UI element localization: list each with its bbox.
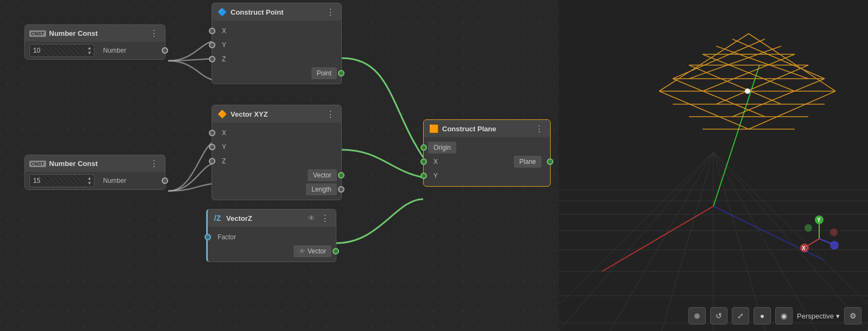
length-output-btn[interactable]: Length bbox=[306, 183, 337, 195]
vector-xyz-icon: 🔶 bbox=[216, 109, 227, 119]
construct-plane-icon: 🟧 bbox=[428, 123, 439, 134]
port-row-vx: X bbox=[212, 126, 341, 140]
socket-origin bbox=[420, 144, 427, 151]
port-label-z: Z bbox=[216, 55, 231, 63]
socket-plane-y bbox=[420, 173, 427, 179]
node-header-2: CNST Number Const ⋮ bbox=[25, 155, 165, 172]
construct-point-node: 🔷 Construct Point ⋮ X Y Z bbox=[212, 3, 342, 84]
viewport-toolbar: ⊕ ↺ ⤢ ● ◉ Perspective ▾ ⚙ bbox=[565, 307, 861, 324]
construct-plane-title: Construct Plane bbox=[442, 125, 529, 133]
vector-xyz-header: 🔶 Vector XYZ ⋮ bbox=[212, 105, 341, 123]
hidden-eye-icon[interactable]: 👁 bbox=[308, 214, 315, 222]
port-row-plane: X Plane bbox=[424, 155, 550, 169]
vector-z-body: Factor 👁 Vector bbox=[208, 227, 336, 262]
port-row-factor: Factor bbox=[208, 230, 336, 244]
port-label-vx: X bbox=[216, 129, 232, 137]
number-const-node-2: CNST Number Const ⋮ 15 ▲▼ Number bbox=[24, 155, 165, 190]
construct-plane-header: 🟧 Construct Plane ⋮ bbox=[424, 120, 550, 137]
port-row-y: Y bbox=[212, 38, 341, 52]
port-row-plane-y: Y bbox=[424, 169, 550, 183]
socket-length bbox=[338, 186, 344, 193]
viewport-btn-refresh[interactable]: ↺ bbox=[710, 307, 727, 324]
port-label-factor: Factor bbox=[212, 233, 241, 241]
number-output-label-2: Number bbox=[98, 177, 132, 184]
number-input-1[interactable]: 10 ▲▼ bbox=[29, 44, 94, 57]
vector-output-btn[interactable]: Vector bbox=[308, 169, 337, 181]
socket-plane-out bbox=[547, 158, 553, 165]
port-row-vector-out: Vector bbox=[212, 168, 341, 182]
socket-z bbox=[209, 56, 215, 62]
port-row-vy: Y bbox=[212, 140, 341, 154]
node-menu-1[interactable]: ⋮ bbox=[148, 28, 161, 39]
perspective-label: Perspective ▾ bbox=[797, 312, 840, 320]
socket-factor bbox=[205, 234, 211, 240]
number-output-socket-1 bbox=[162, 47, 168, 54]
cnst-badge-2: CNST bbox=[29, 161, 46, 167]
vector-z-node: /Z VectorZ 👁 ⋮ Factor 👁 Vector bbox=[206, 209, 336, 262]
vector-z-menu[interactable]: ⋮ bbox=[318, 213, 331, 224]
vector-z-header: /Z VectorZ 👁 ⋮ bbox=[208, 209, 336, 227]
viewport-btn-solid[interactable]: ● bbox=[754, 307, 771, 324]
port-row-z: Z bbox=[212, 52, 341, 66]
svg-point-42 bbox=[745, 88, 750, 94]
viewport[interactable]: X Y ⊕ ↺ ⤢ ● ◉ Perspective ▾ bbox=[559, 0, 868, 331]
construct-point-title: Construct Point bbox=[231, 8, 321, 16]
socket-plane-x bbox=[420, 158, 427, 165]
number-const-node-1: CNST Number Const ⋮ 10 ▲▼ Number bbox=[24, 24, 165, 60]
socket-y bbox=[209, 42, 215, 48]
node-header-1: CNST Number Const ⋮ bbox=[25, 25, 165, 42]
svg-point-52 bbox=[805, 224, 812, 232]
vector-xyz-title: Vector XYZ bbox=[231, 110, 321, 118]
socket-vz bbox=[209, 158, 215, 164]
construct-point-body: X Y Z Point bbox=[212, 21, 341, 84]
socket-x bbox=[209, 28, 215, 34]
port-row-vz: Z bbox=[212, 154, 341, 168]
vector-xyz-node: 🔶 Vector XYZ ⋮ X Y Z Vector bbox=[212, 105, 342, 200]
socket-vx bbox=[209, 130, 215, 136]
svg-point-51 bbox=[830, 228, 838, 236]
viewport-grid-svg: X Y bbox=[559, 0, 868, 331]
node-title-2: Number Const bbox=[49, 160, 145, 168]
port-row-vector-z-out: 👁 Vector bbox=[208, 244, 336, 258]
vector-z-title: VectorZ bbox=[226, 214, 304, 222]
socket-point bbox=[338, 70, 344, 77]
port-row-point: Point bbox=[212, 66, 341, 80]
port-label-x: X bbox=[216, 27, 232, 35]
vector-z-output-btn[interactable]: 👁 Vector bbox=[293, 245, 331, 257]
construct-plane-node: 🟧 Construct Plane ⋮ Origin X Plane bbox=[423, 119, 551, 187]
port-label-plane-x: X bbox=[428, 158, 443, 166]
node-body-2: 15 ▲▼ Number bbox=[25, 172, 165, 189]
vector-z-icon: /Z bbox=[212, 213, 223, 224]
node-title-1: Number Const bbox=[49, 29, 145, 37]
number-input-2[interactable]: 15 ▲▼ bbox=[29, 174, 94, 187]
vector-xyz-body: X Y Z Vector Length bbox=[212, 123, 341, 200]
viewport-settings-btn[interactable]: ⚙ bbox=[844, 307, 861, 324]
construct-plane-body: Origin X Plane Y bbox=[424, 137, 550, 186]
plane-output-btn[interactable]: Plane bbox=[514, 156, 541, 168]
construct-plane-menu[interactable]: ⋮ bbox=[533, 124, 546, 134]
port-label-vy: Y bbox=[216, 143, 232, 151]
socket-vector-z bbox=[333, 248, 339, 254]
svg-text:X: X bbox=[802, 245, 806, 251]
svg-text:Y: Y bbox=[817, 217, 821, 223]
port-row-length-out: Length bbox=[212, 182, 341, 196]
number-output-label-1: Number bbox=[98, 47, 132, 54]
svg-point-50 bbox=[830, 241, 839, 250]
port-label-plane-y: Y bbox=[428, 172, 443, 180]
viewport-btn-expand[interactable]: ⤢ bbox=[732, 307, 749, 324]
viewport-btn-camera[interactable]: ⊕ bbox=[688, 307, 706, 324]
port-row-origin: Origin bbox=[424, 141, 550, 155]
port-label-vz: Z bbox=[216, 157, 231, 165]
viewport-btn-render[interactable]: ◉ bbox=[775, 307, 793, 324]
node-menu-2[interactable]: ⋮ bbox=[148, 158, 161, 169]
point-output-btn[interactable]: Point bbox=[311, 67, 337, 79]
port-row-x: X bbox=[212, 24, 341, 38]
cnst-badge-1: CNST bbox=[29, 30, 46, 37]
port-label-y: Y bbox=[216, 41, 232, 49]
construct-point-icon: 🔷 bbox=[216, 7, 227, 17]
construct-point-menu[interactable]: ⋮ bbox=[324, 7, 337, 17]
vector-xyz-menu[interactable]: ⋮ bbox=[324, 109, 337, 119]
socket-vector bbox=[338, 172, 344, 179]
node-editor[interactable]: CNST Number Const ⋮ 10 ▲▼ Number CNST Nu… bbox=[0, 0, 559, 331]
origin-btn[interactable]: Origin bbox=[428, 142, 456, 154]
